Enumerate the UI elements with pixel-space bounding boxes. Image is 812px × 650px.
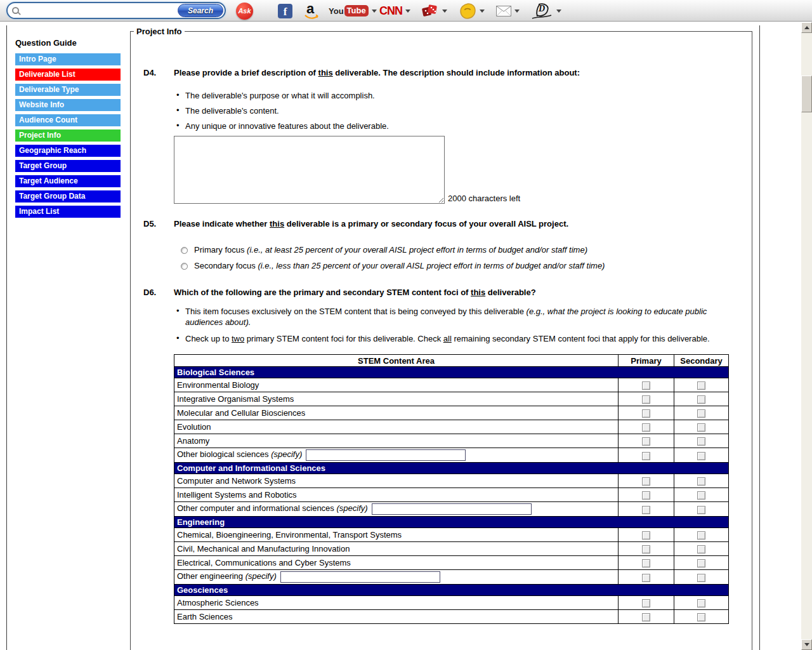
search-input[interactable] — [19, 4, 178, 17]
stem-section-header: Engineering — [174, 517, 729, 528]
toolbar-search-box: Search — [6, 2, 226, 19]
scroll-down-button[interactable] — [801, 639, 812, 650]
dice-icon[interactable] — [421, 3, 439, 19]
stem-row: Integrative Organismal Systems — [174, 392, 729, 406]
stem-area-label: Intelligent Systems and Robotics — [177, 490, 297, 500]
secondary-focus-radio[interactable] — [181, 263, 188, 270]
specify-label: (specify) — [271, 449, 302, 459]
primary-checkbox[interactable] — [642, 559, 650, 567]
sidebar-item-audience-count[interactable]: Audience Count — [15, 114, 121, 126]
specify-input[interactable] — [306, 449, 466, 461]
sidebar-item-target-group-data[interactable]: Target Group Data — [15, 190, 121, 202]
primary-checkbox[interactable] — [642, 477, 650, 486]
primary-focus-label: Primary focus (i.e., at least 25 percent… — [194, 245, 587, 255]
stem-row: Environmental Biology — [174, 378, 729, 392]
stem-table-body: Biological SciencesEnvironmental Biology… — [174, 367, 729, 624]
secondary-checkbox[interactable] — [697, 545, 705, 554]
secondary-checkbox[interactable] — [697, 381, 705, 390]
secondary-checkbox[interactable] — [697, 559, 705, 567]
specify-label: (specify) — [336, 503, 367, 513]
primary-checkbox[interactable] — [642, 491, 650, 500]
sidebar-item-project-info[interactable]: Project Info — [15, 129, 121, 142]
mail-dropdown-caret-icon[interactable] — [514, 10, 520, 13]
stem-section-row: Computer and Informational Sciences — [174, 463, 729, 474]
youtube-icon[interactable]: You — [329, 6, 344, 16]
facebook-icon[interactable]: f — [278, 4, 292, 18]
sidebar-item-target-group[interactable]: Target Group — [15, 160, 121, 172]
secondary-checkbox[interactable] — [697, 437, 705, 446]
primary-checkbox[interactable] — [642, 574, 650, 582]
primary-checkbox[interactable] — [642, 423, 650, 432]
primary-checkbox[interactable] — [642, 381, 650, 390]
primary-focus-radio[interactable] — [181, 247, 188, 254]
youtube-tube-badge[interactable]: Tube — [344, 5, 369, 17]
cnn-dropdown-caret-icon[interactable] — [405, 10, 410, 13]
stem-row: Other biological sciences (specify) — [174, 448, 729, 463]
stem-row: Other engineering (specify) — [174, 570, 729, 585]
secondary-checkbox[interactable] — [697, 409, 705, 418]
primary-checkbox[interactable] — [642, 531, 650, 540]
primary-checkbox[interactable] — [642, 437, 650, 446]
secondary-checkbox[interactable] — [697, 574, 705, 582]
secondary-checkbox[interactable] — [697, 531, 705, 540]
sidebar-item-website-info[interactable]: Website Info — [15, 99, 121, 111]
secondary-checkbox[interactable] — [697, 452, 705, 460]
specify-input[interactable] — [280, 571, 440, 583]
stem-row: Atmospheric Sciences — [174, 596, 729, 610]
question-d5: D5. Please indicate whether this deliver… — [143, 219, 752, 229]
sidebar-item-deliverable-list[interactable]: Deliverable List — [15, 69, 121, 81]
mail-icon[interactable] — [496, 6, 511, 17]
stem-area-label: Integrative Organismal Systems — [177, 394, 294, 404]
scroll-up-arrow-icon — [804, 26, 809, 29]
secondary-checkbox[interactable] — [697, 423, 705, 432]
scroll-up-button[interactable] — [801, 22, 812, 33]
d4-bullet-1: • The deliverable's purpose or what it w… — [176, 90, 752, 101]
secondary-checkbox[interactable] — [697, 506, 705, 514]
primary-checkbox[interactable] — [642, 599, 650, 607]
primary-checkbox[interactable] — [642, 545, 650, 554]
specify-label: (specify) — [246, 571, 277, 581]
primary-checkbox[interactable] — [642, 409, 650, 418]
stem-row: Earth Sciences — [174, 610, 729, 624]
bullet-icon: • — [176, 306, 185, 328]
stem-area-label: Other biological sciences — [177, 449, 271, 459]
search-button[interactable]: Search — [178, 4, 223, 17]
primary-checkbox[interactable] — [642, 395, 650, 404]
sidebar-item-geographic-reach[interactable]: Geographic Reach — [15, 145, 121, 157]
vertical-scrollbar[interactable] — [801, 22, 812, 650]
signature-d-letter: D — [539, 4, 545, 14]
bullet-icon: • — [176, 333, 185, 344]
stem-row: Chemical, Bioengineering, Environmental,… — [174, 528, 729, 542]
secondary-checkbox[interactable] — [697, 395, 705, 404]
ask-icon[interactable]: Ask — [236, 3, 253, 20]
sidebar-item-intro-page[interactable]: Intro Page — [15, 53, 121, 65]
specify-input[interactable] — [372, 503, 532, 515]
amazon-icon[interactable]: a — [303, 3, 320, 20]
cnn-icon[interactable]: CNN — [379, 4, 402, 18]
secondary-checkbox[interactable] — [697, 599, 705, 607]
yellow-dropdown-caret-icon[interactable] — [480, 10, 485, 13]
secondary-checkbox[interactable] — [697, 477, 705, 486]
bullet-icon: • — [176, 121, 185, 131]
yellow-logo-icon[interactable] — [459, 3, 476, 20]
deliverable-description-textarea[interactable] — [174, 136, 445, 204]
primary-focus-option: Primary focus (i.e., at least 25 percent… — [181, 245, 752, 255]
question-d6: D6. Which of the following are the prima… — [143, 288, 752, 297]
sidebar-item-impact-list[interactable]: Impact List — [15, 206, 121, 218]
stem-area-label: Evolution — [177, 422, 211, 432]
question-d6-number: D6. — [143, 288, 174, 297]
d4-bullets: • The deliverable's purpose or what it w… — [176, 90, 752, 131]
signature-dropdown-caret-icon[interactable] — [556, 10, 561, 13]
sidebar-item-deliverable-type[interactable]: Deliverable Type — [15, 84, 121, 96]
dice-dropdown-caret-icon[interactable] — [442, 10, 447, 13]
sidebar-item-target-audience[interactable]: Target Audience — [15, 175, 121, 187]
primary-checkbox[interactable] — [642, 452, 650, 460]
primary-checkbox[interactable] — [642, 613, 650, 621]
secondary-checkbox[interactable] — [697, 491, 705, 500]
scrollbar-thumb[interactable] — [801, 76, 812, 112]
stem-area-label: Electrical, Communications and Cyber Sys… — [177, 558, 351, 567]
secondary-checkbox[interactable] — [697, 613, 705, 621]
primary-checkbox[interactable] — [642, 506, 650, 514]
signature-d-icon[interactable]: D — [530, 1, 553, 20]
youtube-dropdown-caret-icon[interactable] — [372, 10, 377, 13]
